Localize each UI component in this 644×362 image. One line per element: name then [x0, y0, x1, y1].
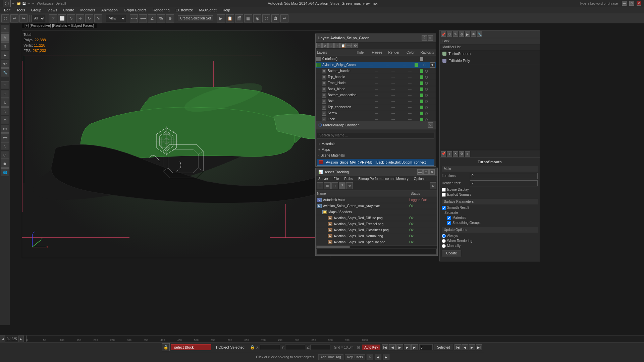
asset-row-max[interactable]: M Aviation_Snips_Green_max_vray.max Ok [316, 203, 437, 209]
layer-row-back-blade[interactable]: ◇ Back_blade — — — ⬡ [316, 86, 436, 92]
always-radio-input[interactable] [442, 234, 446, 238]
mod-tab-btn6[interactable]: 🔧 [477, 32, 482, 37]
asset-settings-btn[interactable]: ⚙ [430, 182, 436, 189]
modifier-turbosm[interactable]: TurboSmooth [440, 50, 540, 57]
asset-help-btn[interactable]: ? [339, 182, 345, 189]
open-last-render-btn[interactable]: ↩ [280, 14, 288, 22]
play-btn[interactable]: ▶ [217, 14, 225, 22]
asset-row-diffuse[interactable]: 🖼 Aviation_Snips_Red_Diffuse.png Ok [316, 215, 437, 221]
mod-remove-btn[interactable]: ✕ [453, 151, 458, 157]
asset-row-gloss[interactable]: 🖼 Aviation_Snips_Red_Glossiness.png Ok [316, 227, 437, 233]
key-filters-btn[interactable]: Key Filters [345, 354, 365, 360]
asset-close-btn[interactable]: ✕ [429, 169, 435, 175]
menu-views[interactable]: Views [45, 7, 60, 13]
lock-icon2[interactable]: 🔒 [250, 345, 255, 350]
go-to-end-btn[interactable]: ▶| [411, 344, 418, 350]
create-tab[interactable]: ◇ [1, 25, 9, 33]
frame-input[interactable] [419, 344, 433, 350]
selection-name[interactable]: select &lock [171, 344, 211, 350]
menu-animation[interactable]: Animation [99, 7, 120, 13]
asset-row-fresnel[interactable]: 🖼 Aviation_Snips_Red_Fresnel.png Ok [316, 221, 437, 227]
mat-editor[interactable]: ⬢ [1, 160, 9, 168]
layer-row-screw[interactable]: ◇ Screw — — — ⬡ [316, 110, 436, 116]
next-frame-btn[interactable]: ▶ [404, 344, 411, 350]
asset-bitmap-menu[interactable]: Bitmap Performance and Memory [356, 176, 411, 181]
smoothing-groups-check[interactable] [447, 221, 451, 225]
curve-editor[interactable]: ∿ [1, 142, 9, 150]
asset-paths-menu[interactable]: Paths [342, 176, 356, 181]
workspace-selector[interactable]: Workspace: Default [37, 2, 66, 5]
snap-tool[interactable]: ⊙ [1, 116, 9, 124]
materials-checkbox[interactable]: Materials [447, 216, 538, 220]
undo-btn[interactable]: ↩ [10, 14, 18, 22]
menu-icon[interactable]: ≡ [12, 2, 14, 5]
mod-configure-btn[interactable]: ≡ [465, 151, 470, 157]
layers-settings-btn[interactable]: ⚙ [353, 43, 358, 48]
smooth-result-checkbox[interactable]: Smooth Result [442, 206, 538, 210]
asset-row-specular[interactable]: 🖼 Aviation_Snips_Red_Specular.png Ok [316, 239, 437, 245]
view-select[interactable]: View [106, 15, 126, 22]
menu-graph-editors[interactable]: Graph Editors [121, 7, 149, 13]
target-icon[interactable]: ⊕ [357, 345, 361, 350]
mini-btn4[interactable]: ▶| [476, 344, 482, 350]
asset-refresh-btn[interactable]: ↻ [346, 182, 353, 189]
render-frame-btn[interactable]: 🖼 [271, 14, 279, 22]
mini-btn2[interactable]: ◀ [462, 344, 468, 350]
asset-flat-btn[interactable]: ⊟ [331, 182, 338, 189]
layer-row-front-blade[interactable]: ◇ Front_blade — — — ⬡ [316, 80, 436, 86]
timeline-forward-btn[interactable]: ► [18, 336, 24, 342]
layer-row-aviation[interactable]: Aviation_Snips_Green — — — ⬡ ▼ [316, 62, 436, 68]
mod-tab-btn2[interactable]: ✎ [453, 32, 458, 37]
iterations-input[interactable] [470, 173, 538, 179]
menu-maxscript[interactable]: MAXScript [197, 7, 219, 13]
rotate-btn[interactable]: ↻ [85, 14, 93, 22]
activeshade-btn[interactable]: ◉ [253, 14, 261, 22]
asset-minimize-btn[interactable]: — [417, 169, 423, 175]
layers-layer-editor-btn[interactable]: 📋 [340, 43, 346, 48]
select-lasso-btn[interactable]: ∿ [67, 14, 75, 22]
asset-server-menu[interactable]: Server [316, 176, 331, 181]
utilities-tab[interactable]: 🔧 [1, 68, 9, 76]
menu-group[interactable]: Group [29, 7, 44, 13]
when-rendering-radio-input[interactable] [442, 239, 446, 243]
menu-modifiers[interactable]: Modifiers [77, 7, 98, 13]
render-env[interactable]: 🌐 [1, 168, 9, 176]
percent-snap-btn[interactable]: % [157, 14, 165, 22]
spinner-btn[interactable]: ⊕ [166, 14, 174, 22]
mod-tab-btn1[interactable]: ⬡ [447, 32, 452, 37]
asset-row-normal[interactable]: 🖼 Aviation_Snips_Red_Normal.png Ok [316, 233, 437, 239]
mod-pin-btn[interactable]: 📌 [441, 32, 446, 37]
menu-customize[interactable]: Customize [173, 7, 196, 13]
select-region-btn[interactable]: ⬜ [58, 14, 66, 22]
timeline-track[interactable]: 0 50 100 150 200 250 300 350 400 450 500… [24, 336, 644, 342]
align-btn[interactable]: ⟷ [139, 14, 147, 22]
layers-sel-from-layer-btn[interactable]: ↑ [334, 43, 340, 48]
asset-hscrollbar[interactable] [316, 245, 437, 248]
asset-row-maps[interactable]: 📁 Maps / Shaders [316, 209, 437, 215]
y-input[interactable] [285, 345, 305, 350]
render-setup-btn[interactable]: 🎬 [235, 14, 243, 22]
menu-help[interactable]: Help [220, 7, 233, 13]
manually-radio[interactable]: Manually [442, 244, 538, 248]
smoothing-groups-checkbox[interactable]: Smoothing Groups [447, 221, 538, 225]
select-obj-tool[interactable]: ☞ [1, 81, 9, 89]
manually-radio-input[interactable] [442, 244, 446, 248]
select-btn[interactable]: ⬡ [1, 14, 9, 22]
scale-tool[interactable]: ⤡ [1, 107, 9, 115]
mini-btn1[interactable]: |◀ [454, 344, 461, 350]
mod-tab-btn5[interactable]: 👁 [471, 32, 476, 37]
menu-tools[interactable]: Tools [14, 7, 28, 13]
mod-move-btn[interactable]: ↕ [447, 151, 452, 157]
layers-new-btn[interactable]: + [316, 43, 322, 48]
keys-btn1[interactable]: K [367, 354, 373, 360]
create-selection-btn[interactable]: Create Selection Set [178, 15, 213, 21]
move-tool[interactable]: ✛ [1, 90, 9, 98]
materials-check[interactable] [447, 216, 451, 220]
play-btn2[interactable]: ▶ [396, 344, 403, 350]
render-btn[interactable]: ▦ [244, 14, 252, 22]
keys-btn3[interactable]: ▶ [383, 354, 389, 360]
minimize-button[interactable]: — [622, 1, 627, 6]
explicit-normals-checkbox[interactable]: Explicit Normals [442, 193, 538, 197]
scale-btn[interactable]: ⤡ [94, 14, 102, 22]
asset-maximize-btn[interactable]: □ [423, 169, 429, 175]
